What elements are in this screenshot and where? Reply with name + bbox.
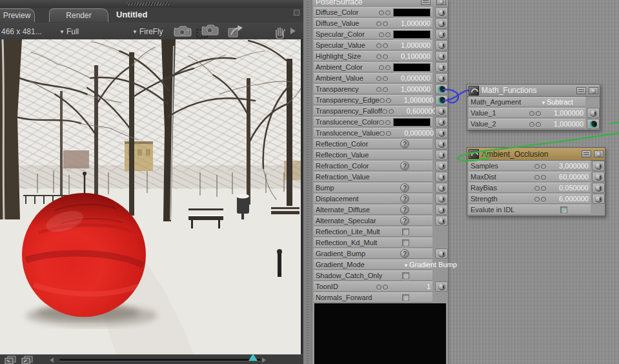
color-swatch[interactable] bbox=[393, 63, 431, 72]
param-value[interactable]: 0,000000 bbox=[394, 129, 434, 137]
animation-key-icon[interactable] bbox=[529, 121, 542, 127]
quality-dropdown[interactable]: ▼Full bbox=[59, 27, 79, 36]
tab-render[interactable]: Render bbox=[49, 8, 108, 22]
plug-refraction-color[interactable] bbox=[435, 161, 448, 171]
animation-key-icon[interactable] bbox=[379, 119, 391, 125]
param-reflection-kd-mult[interactable]: Reflection_Kd_Mult bbox=[314, 238, 432, 248]
plug-translucence-value[interactable] bbox=[435, 128, 448, 138]
node-preview-icon[interactable] bbox=[594, 150, 604, 157]
plug-toonid[interactable] bbox=[435, 281, 448, 292]
plug-transparency-edge[interactable] bbox=[435, 95, 448, 105]
renderer-dropdown[interactable]: ▼FireFly bbox=[132, 27, 163, 36]
param-alternate-specular[interactable]: Alternate_Specular? bbox=[314, 216, 432, 226]
plug-bump[interactable] bbox=[435, 183, 448, 193]
node-menu-icon[interactable] bbox=[421, 0, 431, 5]
animation-key-icon[interactable] bbox=[379, 10, 391, 15]
plug-ambient-color[interactable] bbox=[435, 62, 448, 72]
render-area-camera-icon[interactable] bbox=[196, 25, 219, 41]
plug-specular-color[interactable] bbox=[435, 29, 448, 39]
param-value[interactable]: 1,000000 bbox=[394, 96, 434, 104]
export-render-icon[interactable] bbox=[227, 25, 246, 41]
animation-key-icon[interactable] bbox=[376, 43, 389, 48]
param-value[interactable]: 3,000000 bbox=[549, 162, 589, 170]
param-strength[interactable]: Strength6,000000 bbox=[469, 194, 591, 204]
param-math-argument[interactable]: Math_Argument▼Subtract bbox=[469, 97, 585, 107]
question-icon[interactable]: ? bbox=[400, 183, 409, 192]
param-value[interactable]: 1,000000 bbox=[543, 120, 583, 128]
plug-translucence-color[interactable] bbox=[435, 117, 448, 127]
plug-diffuse-color[interactable] bbox=[435, 7, 448, 17]
animation-key-icon[interactable] bbox=[534, 185, 547, 191]
node-menu-icon[interactable] bbox=[582, 150, 591, 157]
plug-alternate-diffuse[interactable] bbox=[435, 205, 448, 215]
param-ambient-value[interactable]: Ambient_Value0,000000 bbox=[314, 73, 432, 83]
param-transparency[interactable]: Transparency1,000000 bbox=[314, 84, 432, 94]
plug-samples[interactable] bbox=[592, 161, 605, 171]
param-translucence-value[interactable]: Translucence_Value0,000000 bbox=[314, 128, 432, 138]
param-transparency-edge[interactable]: Transparency_Edge1,000000 bbox=[314, 95, 432, 105]
plug-value-2[interactable] bbox=[587, 119, 600, 129]
question-icon[interactable]: ? bbox=[400, 139, 409, 148]
param-value[interactable]: 1,000000 bbox=[391, 85, 431, 93]
question-icon[interactable]: ? bbox=[400, 161, 409, 170]
plug-reflection-value[interactable] bbox=[435, 150, 448, 160]
animation-key-icon[interactable] bbox=[380, 97, 392, 103]
cascade-windows-alt-icon[interactable] bbox=[21, 356, 34, 364]
plug-gradient-bump[interactable] bbox=[435, 248, 448, 259]
dropdown-gradient-mode[interactable]: ▼Gradient Bump bbox=[403, 261, 457, 268]
node-output-connector-icon[interactable] bbox=[469, 86, 479, 96]
param-evalute-in-idl[interactable]: Evalute in IDL✓ bbox=[469, 205, 591, 215]
checkbox-evalute-in-idl[interactable]: ✓ bbox=[560, 207, 567, 214]
node-output-connector-icon[interactable] bbox=[469, 149, 479, 159]
param-transparency-falloff[interactable]: Transparency_Falloff0,600000 bbox=[314, 106, 432, 116]
color-swatch[interactable] bbox=[393, 30, 431, 39]
param-normals-forward[interactable]: Normals_Forward bbox=[314, 292, 432, 303]
question-icon[interactable]: ? bbox=[400, 194, 409, 203]
param-refraction-value[interactable]: Refraction_Value bbox=[314, 172, 432, 182]
param-ambient-color[interactable]: Ambient_Color bbox=[314, 62, 432, 72]
animation-key-icon[interactable] bbox=[379, 65, 391, 70]
frame-slider[interactable] bbox=[59, 359, 261, 361]
param-value[interactable]: 0,600000 bbox=[396, 107, 436, 115]
param-bump[interactable]: Bump? bbox=[314, 183, 432, 193]
plug-transparency[interactable] bbox=[435, 84, 448, 94]
param-gradient-bump[interactable]: Gradient_Bump? bbox=[314, 248, 432, 259]
animation-key-icon[interactable] bbox=[379, 32, 391, 37]
detach-window-button[interactable] bbox=[294, 10, 299, 15]
checkbox-reflection-lite-mult[interactable] bbox=[402, 228, 409, 236]
ambient-occlusion-node[interactable]: Ambient_Occlusion Samples3,000000MaxDist… bbox=[467, 147, 605, 216]
param-value[interactable]: 0,000000 bbox=[391, 74, 431, 82]
animation-key-icon[interactable] bbox=[380, 130, 392, 136]
plug-highlight-size[interactable] bbox=[435, 51, 448, 61]
param-value[interactable]: 0,050000 bbox=[549, 184, 589, 192]
render-resolution[interactable]: 466 x 481... bbox=[1, 27, 42, 36]
param-value[interactable]: 60,00000 bbox=[549, 173, 589, 181]
question-icon[interactable]: ? bbox=[400, 216, 409, 225]
param-maxdist[interactable]: MaxDist60,00000 bbox=[469, 172, 591, 182]
panel-divider[interactable] bbox=[303, 0, 312, 364]
slider-right-arrow-icon[interactable] bbox=[262, 358, 266, 363]
plug-value-1[interactable] bbox=[587, 108, 600, 118]
plug-refraction-value[interactable] bbox=[435, 172, 448, 182]
animation-key-icon[interactable] bbox=[529, 110, 542, 116]
param-diffuse-color[interactable]: Diffuse_Color bbox=[314, 7, 432, 17]
animation-key-icon[interactable] bbox=[376, 54, 389, 59]
param-value[interactable]: 1,000000 bbox=[543, 109, 583, 117]
param-displacement[interactable]: Displacement? bbox=[314, 194, 432, 204]
param-value-1[interactable]: Value_11,000000 bbox=[469, 108, 585, 118]
param-value[interactable]: 0,100000 bbox=[391, 52, 431, 60]
toolbar-next-arrow-icon[interactable] bbox=[290, 28, 296, 34]
param-value[interactable]: 6,000000 bbox=[549, 195, 589, 203]
animation-key-icon[interactable] bbox=[534, 163, 547, 169]
param-value-2[interactable]: Value_21,000000 bbox=[469, 119, 585, 129]
param-diffuse-value[interactable]: Diffuse_Value1,000000 bbox=[314, 18, 432, 28]
question-icon[interactable]: ? bbox=[400, 205, 409, 214]
animation-key-icon[interactable] bbox=[376, 284, 389, 290]
param-reflection-value[interactable]: Reflection_Value bbox=[314, 150, 432, 160]
checkbox-shadow-catch-only[interactable] bbox=[402, 272, 409, 279]
ambient-occlusion-header[interactable]: Ambient_Occlusion bbox=[467, 148, 605, 161]
render-camera-icon[interactable] bbox=[172, 25, 192, 39]
color-swatch[interactable] bbox=[393, 8, 431, 17]
param-alternate-diffuse[interactable]: Alternate_Diffuse? bbox=[314, 205, 432, 215]
param-toonid[interactable]: ToonID1 bbox=[314, 281, 432, 292]
